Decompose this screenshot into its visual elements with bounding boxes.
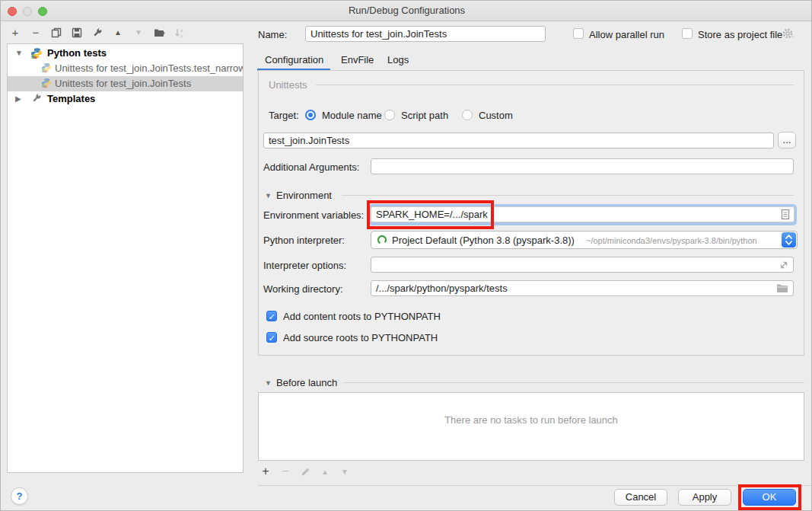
move-up-button[interactable]: ▲ <box>111 26 125 40</box>
help-button[interactable]: ? <box>11 487 28 505</box>
target-label: Target: <box>269 110 299 121</box>
expand-field-button[interactable] <box>779 260 789 270</box>
environment-group-title: Environment <box>276 190 332 201</box>
save-configuration-button[interactable] <box>70 26 84 40</box>
group-divider <box>342 195 794 196</box>
edit-task-button[interactable] <box>299 465 311 477</box>
allow-parallel-run-checkbox[interactable] <box>573 28 584 39</box>
before-launch-title: Before launch <box>276 377 337 388</box>
configurations-toolbar: + − ▲ ▼ az <box>8 26 186 40</box>
python-test-icon <box>41 78 52 88</box>
apply-button[interactable]: Apply <box>678 489 731 506</box>
expand-arrows-icon <box>779 260 789 270</box>
target-script-path-label: Script path <box>401 110 448 121</box>
target-module-name-radio[interactable] <box>305 110 316 120</box>
save-icon <box>72 27 82 38</box>
interpreter-name: Project Default (Python 3.8 (pyspark-3.8… <box>392 235 575 246</box>
add-icon: + <box>12 26 19 40</box>
move-down-button[interactable]: ▼ <box>132 26 145 40</box>
remove-icon: − <box>282 465 288 478</box>
variables-list-icon <box>780 209 791 220</box>
ellipsis-icon: ... <box>783 134 791 145</box>
add-content-roots-label: Add content roots to PYTHONPATH <box>283 311 441 322</box>
svg-text:z: z <box>180 34 183 38</box>
check-icon: ✓ <box>268 334 275 343</box>
title-bar: Run/Debug Configurations <box>1 1 812 21</box>
name-input[interactable] <box>305 26 546 42</box>
module-name-input[interactable] <box>263 133 774 149</box>
browse-directory-button[interactable] <box>776 283 788 293</box>
python-tests-icon <box>30 47 43 59</box>
group-divider <box>343 382 804 383</box>
remove-icon: − <box>33 26 40 40</box>
sort-icon: az <box>174 27 185 38</box>
remove-configuration-button[interactable]: − <box>29 26 43 40</box>
working-directory-input[interactable] <box>371 280 794 296</box>
working-directory-label: Working directory: <box>263 283 343 295</box>
add-icon: + <box>262 465 269 478</box>
python-interpreter-label: Python interpreter: <box>263 235 345 246</box>
target-script-path-radio[interactable] <box>384 110 395 120</box>
tab-envfile[interactable]: EnvFile <box>341 54 374 65</box>
tree-item-python-tests[interactable]: ▼ Python tests <box>8 46 243 61</box>
footer-divider <box>258 485 812 486</box>
additional-arguments-input[interactable] <box>371 158 794 174</box>
edit-templates-button[interactable] <box>91 26 104 40</box>
new-folder-icon <box>154 27 165 38</box>
tab-configuration[interactable]: Configuration <box>265 54 323 65</box>
new-folder-button[interactable] <box>152 26 166 40</box>
tree-item-unittests-test-narrow[interactable]: Unittests for test_join.JoinTests.test_n… <box>8 61 243 76</box>
window-title: Run/Debug Configurations <box>1 1 812 21</box>
minimize-button[interactable] <box>23 7 32 16</box>
environment-variables-input[interactable] <box>371 206 794 222</box>
python-test-icon <box>41 62 52 73</box>
interpreter-path: ~/opt/miniconda3/envs/pyspark-3.8/bin/py… <box>586 236 757 245</box>
cancel-button[interactable]: Cancel <box>614 489 667 506</box>
question-mark-icon: ? <box>17 490 23 502</box>
tab-logs[interactable]: Logs <box>387 54 409 65</box>
tree-item-templates[interactable]: ▶ Templates <box>8 91 243 107</box>
add-task-button[interactable]: + <box>260 465 272 477</box>
move-up-icon: ▲ <box>321 468 329 476</box>
expanded-arrow-icon[interactable]: ▼ <box>15 46 24 61</box>
wrench-icon <box>92 27 103 38</box>
configurations-tree: ▼ Python tests Unittests for test_join.J… <box>7 43 244 473</box>
tree-item-label: Templates <box>47 91 95 107</box>
templates-wrench-icon <box>31 93 42 104</box>
target-custom-radio[interactable] <box>462 110 473 120</box>
zoom-button[interactable] <box>38 7 47 16</box>
remove-task-button[interactable]: − <box>279 465 291 477</box>
check-icon: ✓ <box>268 312 275 321</box>
allow-parallel-run-label: Allow parallel run <box>589 29 664 40</box>
move-down-icon: ▼ <box>135 26 142 40</box>
copy-configuration-button[interactable] <box>49 26 63 40</box>
move-down-icon: ▼ <box>341 468 349 476</box>
store-as-project-file-checkbox[interactable] <box>682 28 693 39</box>
browse-module-button[interactable]: ... <box>778 132 796 149</box>
add-source-roots-checkbox[interactable]: ✓ <box>266 332 277 343</box>
interpreter-options-input[interactable] <box>371 257 794 273</box>
move-task-down-button[interactable]: ▼ <box>339 465 351 477</box>
conda-env-icon <box>377 235 387 245</box>
before-launch-collapse-icon[interactable]: ▼ <box>265 379 272 387</box>
sort-configurations-button[interactable]: az <box>173 26 186 40</box>
add-configuration-button[interactable]: + <box>8 26 22 40</box>
tree-item-unittests-jointests-selected[interactable]: Unittests for test_join.JoinTests <box>8 76 243 91</box>
store-settings-gear-button[interactable] <box>782 28 796 40</box>
select-stepper-icon[interactable] <box>782 232 796 248</box>
add-source-roots-label: Add source roots to PYTHONPATH <box>283 332 438 343</box>
tree-item-label: Python tests <box>47 46 107 61</box>
environment-variables-label: Environment variables: <box>263 209 364 221</box>
browse-env-vars-button[interactable] <box>780 209 791 220</box>
unittests-group-title: Unittests <box>269 79 307 91</box>
move-up-icon: ▲ <box>114 26 122 40</box>
collapsed-arrow-icon[interactable]: ▶ <box>15 91 24 107</box>
group-divider <box>316 85 794 85</box>
move-task-up-button[interactable]: ▲ <box>319 465 331 477</box>
run-debug-configurations-dialog: Run/Debug Configurations + − ▲ ▼ az ▼ Py <box>0 0 812 511</box>
close-button[interactable] <box>8 7 17 16</box>
copy-icon <box>51 27 62 38</box>
environment-collapse-icon[interactable]: ▼ <box>265 192 272 200</box>
ok-button[interactable]: OK <box>743 489 796 506</box>
add-content-roots-checkbox[interactable]: ✓ <box>266 311 277 321</box>
